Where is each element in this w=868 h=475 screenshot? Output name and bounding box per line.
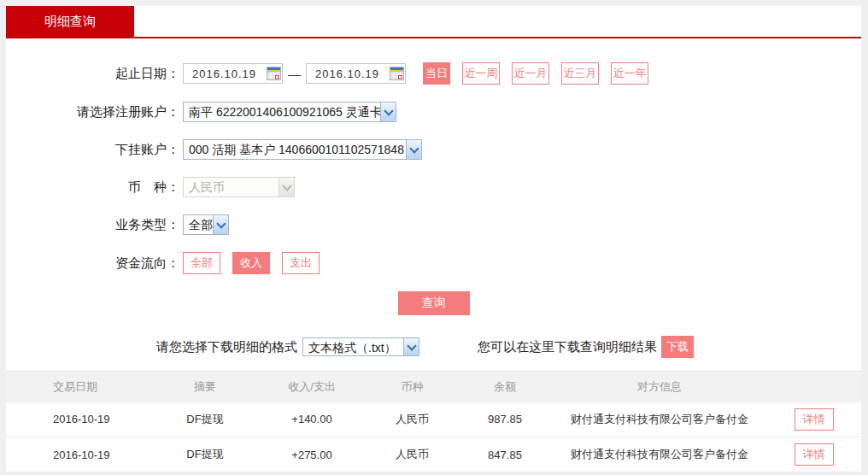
cell-amount: +275.00 (256, 437, 367, 472)
cell-balance: 987.85 (457, 402, 553, 437)
query-button-row: 查询 (6, 291, 861, 315)
header-income-expense: 收入/支出 (256, 372, 367, 402)
header-actions (766, 372, 861, 402)
business-type-label: 业务类型： (6, 217, 179, 233)
download-format-label: 请您选择下载明细的格式 (156, 339, 297, 355)
date-to-input[interactable]: 2016.10.19 (306, 63, 406, 84)
cell-summary: DF提现 (154, 402, 256, 437)
header-summary: 摘要 (154, 372, 256, 402)
detail-button[interactable]: 详情 (795, 443, 834, 466)
calendar-icon[interactable] (388, 64, 405, 83)
header-counterparty: 对方信息 (553, 372, 766, 402)
cell-counterparty: 财付通支付科技有限公司客户备付金 (553, 437, 766, 472)
business-type-select[interactable]: 全部 (183, 214, 229, 235)
header-balance: 余额 (457, 372, 553, 402)
sub-account-select[interactable]: 000 活期 基本户 1406600101102571848 (183, 139, 422, 160)
download-row: 请您选择下载明细的格式 文本格式（.txt） 您可以在这里下载查询明细结果 下载 (6, 336, 861, 358)
sub-account-row: 下挂账户： 000 活期 基本户 1406600101102571848 (6, 139, 861, 160)
cell-currency: 人民币 (367, 402, 457, 437)
fund-flow-button-income[interactable]: 收入 (232, 252, 270, 274)
date-range-row: 起止日期： 2016.10.19 — (6, 62, 861, 85)
registered-account-row: 请选择注册账户： 南平 6222001406100921065 灵通卡 (6, 102, 861, 122)
period-button-week[interactable]: 近一周 (462, 62, 500, 85)
currency-row: 币 种： 人民币 (6, 177, 861, 197)
period-button-year[interactable]: 近一年 (611, 62, 648, 85)
table-row: 2016-10-19 DF提现 +275.00 人民币 847.85 财付通支付… (6, 437, 861, 472)
table-header-row: 交易日期 摘要 收入/支出 币种 余额 对方信息 (6, 372, 861, 402)
query-button[interactable]: 查询 (398, 291, 470, 315)
fund-flow-row: 资金流向： 全部 收入 支出 (6, 252, 861, 274)
sub-account-value: 000 活期 基本户 1406600101102571848 (184, 140, 406, 159)
cell-counterparty: 财付通支付科技有限公司客户备付金 (553, 402, 766, 437)
cell-currency: 人民币 (367, 437, 457, 472)
cell-summary: DF提现 (154, 437, 256, 472)
period-quick-buttons: 当日 近一周 近一月 近三月 近一年 (423, 62, 648, 85)
fund-flow-button-all[interactable]: 全部 (183, 252, 220, 274)
chevron-down-icon[interactable] (403, 338, 419, 355)
fund-flow-label: 资金流向： (6, 255, 179, 272)
download-format-select[interactable]: 文本格式（.txt） (302, 337, 419, 356)
header-currency: 币种 (367, 372, 457, 402)
fund-flow-buttons: 全部 收入 支出 (183, 252, 320, 274)
date-separator: — (288, 67, 301, 81)
registered-account-select[interactable]: 南平 6222001406100921065 灵通卡 (183, 102, 396, 122)
business-type-row: 业务类型： 全部 (6, 214, 861, 235)
date-range-label: 起止日期： (6, 66, 179, 82)
date-from-input[interactable]: 2016.10.19 (183, 63, 283, 84)
currency-label: 币 种： (6, 179, 179, 196)
transactions-table: 交易日期 摘要 收入/支出 币种 余额 对方信息 2016-10-19 DF提现… (6, 371, 861, 472)
table-row: 2016-10-19 DF提现 +140.00 人民币 987.85 财付通支付… (6, 402, 861, 437)
download-button[interactable]: 下载 (661, 336, 694, 358)
date-to-value: 2016.10.19 (307, 67, 388, 80)
download-hint: 您可以在这里下载查询明细结果 (478, 339, 657, 355)
detail-button[interactable]: 详情 (795, 408, 834, 431)
chevron-down-icon (279, 178, 294, 196)
period-button-month[interactable]: 近一月 (512, 62, 549, 85)
cell-transaction-date: 2016-10-19 (6, 402, 154, 437)
business-type-value: 全部 (184, 215, 213, 234)
chevron-down-icon[interactable] (406, 140, 421, 159)
sub-account-label: 下挂账户： (6, 142, 179, 158)
cell-balance: 847.85 (457, 437, 553, 472)
period-button-quarter[interactable]: 近三月 (561, 62, 599, 85)
chevron-down-icon[interactable] (380, 103, 396, 121)
chevron-down-icon[interactable] (213, 215, 228, 234)
query-form: 起止日期： 2016.10.19 — (6, 38, 861, 315)
period-button-today[interactable]: 当日 (423, 62, 450, 85)
cell-transaction-date: 2016-10-19 (6, 437, 154, 472)
content-panel: 明细查询 起止日期： 2016.10.19 (6, 6, 861, 472)
cell-amount: +140.00 (256, 402, 367, 437)
currency-value: 人民币 (184, 178, 279, 196)
header-transaction-date: 交易日期 (6, 372, 154, 402)
registered-account-value: 南平 6222001406100921065 灵通卡 (184, 103, 380, 121)
date-from-value: 2016.10.19 (184, 67, 265, 80)
tab-detail-query[interactable]: 明细查询 (6, 6, 134, 37)
fund-flow-button-expense[interactable]: 支出 (282, 252, 320, 274)
currency-select: 人民币 (183, 177, 295, 197)
calendar-icon[interactable] (265, 64, 282, 83)
registered-account-label: 请选择注册账户： (6, 104, 179, 120)
download-format-value: 文本格式（.txt） (303, 338, 403, 355)
